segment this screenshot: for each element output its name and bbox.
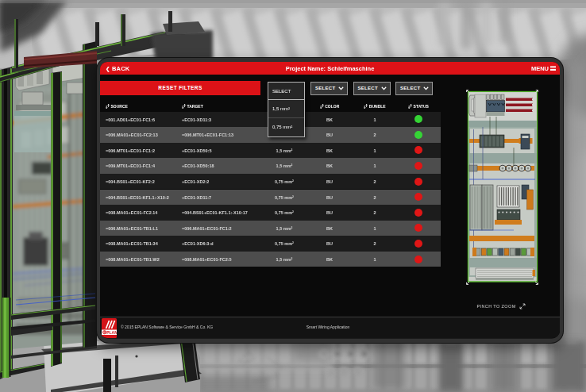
svg-text:PLAN: PLAN [106, 330, 117, 335]
